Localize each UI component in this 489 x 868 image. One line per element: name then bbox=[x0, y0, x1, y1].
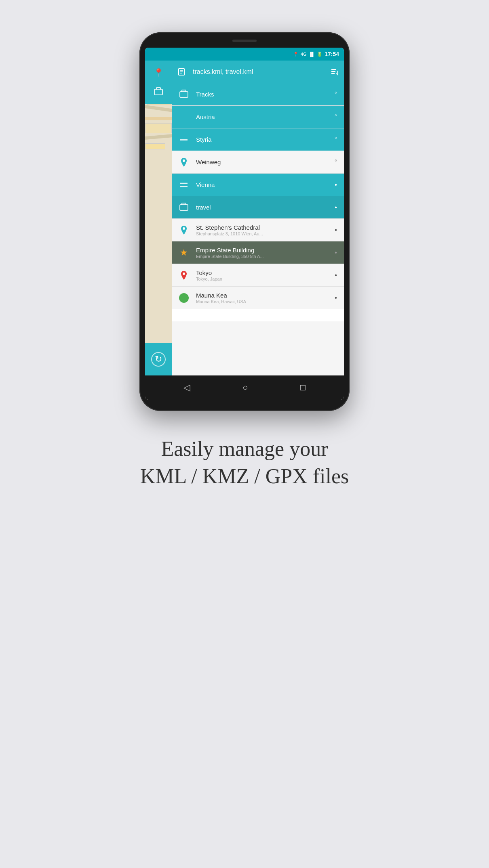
empire-content: Empire State Building Empire State Build… bbox=[196, 247, 328, 259]
tracks-box-icon bbox=[179, 91, 188, 98]
sort-button[interactable] bbox=[326, 63, 344, 81]
tokyo-pin-icon bbox=[179, 270, 188, 281]
weinweg-icon: ✓ bbox=[172, 157, 196, 168]
weinweg-pin-icon: ✓ bbox=[179, 157, 188, 168]
vienna-lines-icon bbox=[179, 182, 188, 188]
styria-icon bbox=[172, 139, 196, 140]
status-bar: 📍 4G ▐▌ 🔋 17:54 bbox=[145, 48, 344, 61]
back-button[interactable]: ◁ bbox=[183, 382, 190, 393]
tokyo-dot: • bbox=[328, 272, 344, 279]
screen-body: ⊕ 📍 ↻ bbox=[145, 61, 344, 375]
mauna-subtitle: Mauna Kea, Hawaii, USA bbox=[196, 299, 328, 304]
tracks-content: Tracks bbox=[196, 91, 328, 98]
map-panel: ⊕ 📍 ↻ bbox=[145, 61, 172, 375]
sort-icon bbox=[331, 67, 339, 76]
bottom-text-block: Easily manage your KML / KMZ / GPX files bbox=[108, 435, 382, 490]
weinweg-title: Weinweg bbox=[196, 159, 328, 166]
save-button[interactable] bbox=[150, 83, 167, 101]
travel-content: travel bbox=[196, 204, 328, 211]
empire-title: Empire State Building bbox=[196, 247, 328, 254]
right-column: tracks.kml, travel.kml bbox=[172, 61, 344, 375]
bottom-sidebar-btn[interactable]: ↻ bbox=[145, 343, 172, 375]
list-bottom-spacer bbox=[172, 309, 344, 321]
wifi-icon: ▐▌ bbox=[309, 52, 315, 57]
star-icon: ★ bbox=[180, 247, 188, 258]
styria-title: Styria bbox=[196, 136, 328, 143]
map-pin-button[interactable]: 📍 bbox=[150, 64, 167, 82]
tracks-dot: ° bbox=[328, 91, 344, 98]
vienna-icon bbox=[172, 182, 196, 188]
green-circle-icon bbox=[179, 293, 189, 303]
empire-icon: ★ bbox=[172, 247, 196, 258]
cathedral-title: St. Stephen's Cathedral bbox=[196, 224, 328, 231]
home-button[interactable]: ○ bbox=[242, 382, 248, 393]
travel-box-icon bbox=[179, 204, 188, 211]
austria-line-icon bbox=[184, 111, 184, 123]
vienna-content: Vienna bbox=[196, 181, 328, 188]
left-sidebar: ⊕ 📍 ↻ bbox=[145, 61, 172, 375]
phone-bottom bbox=[145, 400, 344, 405]
battery-icon: 🔋 bbox=[317, 52, 322, 57]
map-pin-icon: 📍 bbox=[154, 68, 164, 78]
styria-dot: ° bbox=[328, 136, 344, 143]
tracks-title: Tracks bbox=[196, 91, 328, 98]
list-item-tracks[interactable]: Tracks ° bbox=[172, 83, 344, 106]
cathedral-pin-icon bbox=[179, 225, 188, 235]
list-item-vienna[interactable]: Vienna • bbox=[172, 174, 344, 196]
list-item-tokyo[interactable]: Tokyo Tokyo, Japan • bbox=[172, 264, 344, 287]
weinweg-content: Weinweg bbox=[196, 159, 328, 166]
cathedral-icon bbox=[172, 225, 196, 235]
tokyo-content: Tokyo Tokyo, Japan bbox=[196, 269, 328, 281]
austria-title: Austria bbox=[196, 113, 328, 120]
status-time: 17:54 bbox=[325, 51, 339, 57]
travel-title: travel bbox=[196, 204, 328, 211]
styria-lines-icon bbox=[180, 139, 188, 140]
list-item-travel[interactable]: travel • bbox=[172, 196, 344, 219]
list-area: Tracks ° Austria ° bbox=[172, 83, 344, 375]
bottom-line1: Easily manage your bbox=[140, 435, 349, 463]
mauna-dot: • bbox=[328, 294, 344, 302]
phone-screen: 📍 4G ▐▌ 🔋 17:54 bbox=[145, 48, 344, 400]
empire-subtitle: Empire State Building, 350 5th A... bbox=[196, 254, 328, 259]
tokyo-icon bbox=[172, 270, 196, 281]
list-item-cathedral[interactable]: St. Stephen's Cathedral Stephansplatz 3,… bbox=[172, 219, 344, 241]
file-icon[interactable] bbox=[173, 63, 191, 81]
austria-content: Austria bbox=[196, 113, 328, 120]
vienna-dot: • bbox=[328, 181, 344, 189]
status-icons: 📍 4G ▐▌ 🔋 17:54 bbox=[293, 51, 339, 57]
save-icon bbox=[154, 89, 163, 95]
svg-text:✓: ✓ bbox=[183, 159, 185, 163]
file-svg bbox=[178, 67, 187, 76]
nav-bar: ◁ ○ □ bbox=[145, 375, 344, 400]
list-item-austria[interactable]: Austria ° bbox=[172, 106, 344, 128]
travel-icon bbox=[172, 204, 196, 211]
tracks-icon bbox=[172, 91, 196, 98]
styria-content: Styria bbox=[196, 136, 328, 143]
list-item-mauna[interactable]: Mauna Kea Mauna Kea, Hawaii, USA • bbox=[172, 287, 344, 309]
list-item-weinweg[interactable]: ✓ Weinweg ° bbox=[172, 151, 344, 174]
tokyo-subtitle: Tokyo, Japan bbox=[196, 277, 328, 281]
cathedral-subtitle: Stephansplatz 3, 1010 Wien, Au... bbox=[196, 231, 328, 236]
cathedral-content: St. Stephen's Cathedral Stephansplatz 3,… bbox=[196, 224, 328, 236]
recent-button[interactable]: □ bbox=[300, 382, 306, 393]
austria-icon bbox=[172, 111, 196, 123]
travel-dot: • bbox=[328, 204, 344, 211]
list-item-styria[interactable]: Styria ° bbox=[172, 128, 344, 151]
top-bar: tracks.kml, travel.kml bbox=[172, 61, 344, 83]
phone-shell: 📍 4G ▐▌ 🔋 17:54 bbox=[139, 32, 350, 411]
tokyo-title: Tokyo bbox=[196, 269, 328, 276]
empire-dot: • bbox=[328, 249, 344, 256]
top-bar-title: tracks.kml, travel.kml bbox=[191, 68, 326, 75]
weinweg-dot: ° bbox=[328, 159, 344, 166]
svg-point-12 bbox=[183, 273, 185, 275]
signal-icon: 4G bbox=[301, 52, 307, 57]
mauna-title: Mauna Kea bbox=[196, 292, 328, 299]
svg-point-11 bbox=[183, 227, 185, 230]
bottom-line2: KML / KMZ / GPX files bbox=[140, 463, 349, 490]
list-item-empire[interactable]: ★ Empire State Building Empire State Bui… bbox=[172, 241, 344, 264]
refresh-icon: ↻ bbox=[151, 352, 166, 367]
location-icon: 📍 bbox=[293, 52, 299, 57]
austria-dot: ° bbox=[328, 113, 344, 121]
mauna-icon bbox=[172, 293, 196, 303]
cathedral-dot: • bbox=[328, 226, 344, 234]
